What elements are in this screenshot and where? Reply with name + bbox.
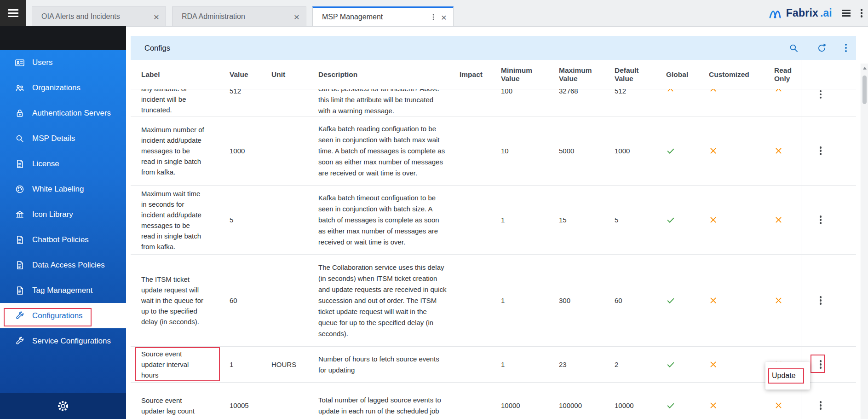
row-actions-kebab-icon[interactable] [815, 145, 826, 157]
sidebar-item-white-labeling[interactable]: White Labeling [0, 176, 126, 202]
people-icon [15, 83, 25, 93]
configs-panel-header: Configs [131, 36, 856, 60]
cell-value: 1 [230, 347, 271, 382]
row-actions-kebab-icon[interactable] [815, 89, 826, 100]
row-context-menu: Update [765, 362, 810, 390]
header-maximum-value: Maximum Value [559, 60, 615, 89]
cell-unit [271, 89, 318, 116]
tab-label: OIA Alerts and Incidents [41, 12, 149, 21]
sidebar-item-license[interactable]: License [0, 151, 126, 176]
cell-unit [271, 255, 318, 346]
sidebar-item-label: Chatbot Policies [32, 235, 89, 244]
sidebar-item-label: Data Access Policies [32, 261, 105, 270]
sidebar-item-label: Users [32, 58, 52, 67]
cell-default-value: 10000 [615, 383, 664, 419]
sidebar-item-chatbot-policies[interactable]: Chatbot Policies [0, 227, 126, 252]
cross-icon [709, 146, 718, 155]
tab-kebab-menu-icon[interactable] [432, 16, 434, 18]
sidebar-footer [0, 393, 126, 419]
cell-label: any attribute of incident will be trunca… [131, 89, 230, 116]
cell-label: Maximum wait time in seconds for inciden… [131, 186, 230, 254]
cell-description: can be persisted for an incident? Above … [318, 89, 460, 116]
cell-minimum-value: 1 [501, 255, 559, 346]
browser-tab[interactable]: MSP Management [312, 6, 454, 26]
cell-label: Maximum number of incident add/update me… [131, 116, 230, 185]
check-icon [666, 401, 675, 410]
cross-icon [709, 215, 718, 224]
cell-unit [271, 186, 318, 254]
cell-label: The ITSM ticket update request will wait… [131, 255, 230, 346]
cell-customized [707, 116, 772, 185]
cell-global [664, 116, 707, 185]
header-impact: Impact [460, 60, 501, 89]
refresh-icon[interactable] [817, 43, 827, 53]
document-icon [15, 260, 25, 270]
magnifier-icon [15, 134, 25, 144]
sidebar-item-label: Configurations [32, 311, 83, 320]
sidebar-item-label: Organizations [32, 83, 80, 93]
menu-item-update[interactable]: Update [765, 372, 796, 380]
cell-actions [801, 116, 856, 185]
document-icon [15, 285, 25, 296]
sidebar-item-users[interactable]: Users [0, 50, 126, 75]
vertical-scrollbar[interactable] [861, 64, 868, 419]
topbar-right-cluster: Fabrix.ai [769, 0, 862, 26]
sidebar-item-label: Authentication Servers [32, 109, 111, 118]
list-menu-icon[interactable] [842, 12, 851, 13]
sidebar-item-tag-management[interactable]: Tag Management [0, 278, 126, 303]
cell-default-value: 60 [615, 255, 664, 346]
cell-impact [460, 116, 501, 185]
browser-tab[interactable]: OIA Alerts and Incidents [32, 6, 166, 26]
topbar-kebab-menu-icon[interactable] [861, 12, 862, 14]
search-icon[interactable] [789, 43, 799, 53]
table-row: any attribute of incident will be trunca… [131, 89, 856, 116]
table-row: Maximum wait time in seconds for inciden… [131, 186, 856, 255]
check-icon [666, 360, 675, 369]
cell-global [664, 186, 707, 254]
sidebar-item-icon-library[interactable]: Icon Library [0, 202, 126, 227]
app-screen: OIA Alerts and Incidents RDA Administrat… [0, 0, 868, 419]
row-actions-kebab-icon[interactable] [815, 215, 826, 226]
row-actions-kebab-icon[interactable] [815, 359, 826, 370]
tab-close-icon[interactable] [441, 12, 447, 22]
cell-minimum-value: 100 [501, 89, 559, 116]
cell-default-value: 2 [615, 347, 664, 382]
sidebar-item-service-configurations[interactable]: Service Configurations [0, 328, 126, 354]
header-value: Value [230, 60, 271, 89]
cell-read-only [772, 186, 801, 254]
cell-customized [707, 383, 772, 419]
row-actions-kebab-icon[interactable] [815, 295, 826, 306]
top-bar: OIA Alerts and Incidents RDA Administrat… [0, 0, 868, 27]
cell-customized [707, 89, 772, 116]
tab-close-icon[interactable] [154, 12, 159, 22]
scrollbar-thumb[interactable] [862, 76, 867, 104]
wrench-icon [15, 336, 25, 346]
header-actions [801, 60, 856, 89]
settings-gear-icon[interactable] [57, 400, 69, 413]
sidebar-item-configurations[interactable]: Configurations [0, 303, 126, 328]
cross-icon [709, 296, 718, 305]
cell-description: Kafka batch timeout configuation to be s… [318, 186, 460, 254]
sidebar-item-data-access-policies[interactable]: Data Access Policies [0, 252, 126, 278]
check-icon [666, 215, 675, 225]
cell-description: Total number of lagged source events to … [318, 383, 460, 419]
cell-customized [707, 347, 772, 382]
header-unit: Unit [271, 60, 318, 89]
sidebar-item-label: Icon Library [32, 210, 73, 219]
sidebar-item-msp-details[interactable]: MSP Details [0, 126, 126, 151]
cross-icon [709, 360, 718, 369]
scroll-up-arrow-icon[interactable] [863, 67, 867, 70]
sidebar-item-authentication-servers[interactable]: Authentication Servers [0, 100, 126, 126]
kebab-menu-icon[interactable] [845, 47, 847, 49]
tab-close-icon[interactable] [294, 12, 299, 22]
cell-label: Source event updater interval hours [131, 347, 230, 382]
cross-icon [666, 89, 675, 93]
sidebar-item-organizations[interactable]: Organizations [0, 75, 126, 100]
cell-impact [460, 89, 501, 116]
row-actions-kebab-icon[interactable] [815, 400, 826, 411]
browser-tab[interactable]: RDA Administration [172, 6, 306, 26]
cell-read-only [772, 255, 801, 346]
cross-icon [774, 89, 783, 93]
hamburger-menu-button[interactable] [0, 0, 26, 26]
header-global: Global [664, 60, 707, 89]
